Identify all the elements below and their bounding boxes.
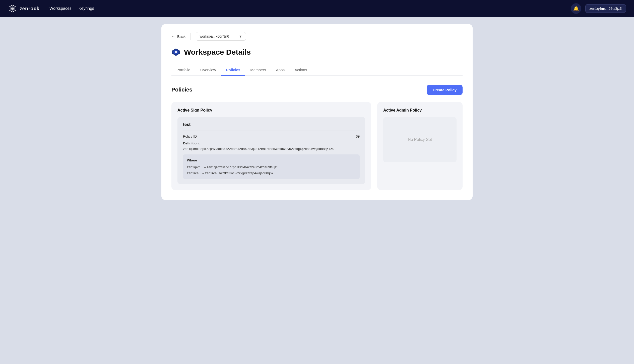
workspace-selector-value: workspa...k60n3n6 xyxy=(200,34,229,38)
wallet-address-badge[interactable]: zen1q4mx...69ts3jz3 xyxy=(585,4,626,13)
back-arrow-icon: ← xyxy=(171,34,175,39)
notifications-button[interactable]: 🔔 xyxy=(571,3,581,14)
workspace-icon xyxy=(171,48,180,57)
workspace-selector[interactable]: workspa...k60n3n6 ▼ xyxy=(196,32,246,41)
tab-actions[interactable]: Actions xyxy=(290,65,312,76)
policy-where-item-0: zen1q4m... = zen1q4mx8epd77prl7l3dx84kz2… xyxy=(187,164,356,170)
chevron-down-icon: ▼ xyxy=(239,34,242,38)
tab-portfolio[interactable]: Portfolio xyxy=(171,65,195,76)
nav-left: zenrock Workspaces Keyrings xyxy=(8,4,94,13)
policy-id-value: 69 xyxy=(356,134,360,138)
page-title: Workspace Details xyxy=(184,48,251,56)
policy-definition-label: Definition: xyxy=(183,141,360,146)
tab-apps[interactable]: Apps xyxy=(271,65,290,76)
top-navigation: zenrock Workspaces Keyrings 🔔 zen1q4mx..… xyxy=(0,0,634,17)
policy-where-item-1: zen1rce... = zen1rce8swhfkf6tkv52zklqp0j… xyxy=(187,170,356,176)
back-button[interactable]: ← Back xyxy=(171,34,185,39)
logo[interactable]: zenrock xyxy=(8,4,39,13)
page-title-row: Workspace Details xyxy=(171,48,463,57)
policy-id-label: Policy ID xyxy=(183,134,197,138)
nav-links: Workspaces Keyrings xyxy=(49,6,94,11)
back-divider xyxy=(191,33,191,40)
policy-panels: Active Sign Policy test Policy ID 69 Def… xyxy=(171,102,463,190)
tabs: Portfolio Overview Policies Members Apps… xyxy=(171,65,463,76)
policy-id-row: Policy ID 69 xyxy=(183,134,360,138)
main-card: ← Back workspa...k60n3n6 ▼ Workspace Det… xyxy=(161,24,473,200)
policy-definition: Definition: zen1q4mx8epd77prl7l3dx84kz2e… xyxy=(183,141,360,152)
back-label: Back xyxy=(177,34,185,39)
tab-overview[interactable]: Overview xyxy=(195,65,221,76)
active-sign-policy-title: Active Sign Policy xyxy=(177,108,365,113)
no-policy-set: No Policy Set xyxy=(383,117,457,162)
nav-workspaces[interactable]: Workspaces xyxy=(49,6,72,11)
tab-members[interactable]: Members xyxy=(245,65,271,76)
bell-icon: 🔔 xyxy=(573,6,579,11)
section-header: Policies Create Policy xyxy=(171,85,463,95)
active-admin-policy-title: Active Admin Policy xyxy=(383,108,457,113)
create-policy-button[interactable]: Create Policy xyxy=(427,85,463,95)
policy-definition-value: zen1q4mx8epd77prl7l3dx84kz2e8m4zda69ts3j… xyxy=(183,147,334,151)
active-admin-policy-panel: Active Admin Policy No Policy Set xyxy=(377,102,463,190)
policy-where: Where zen1q4m... = zen1q4mx8epd77prl7l3d… xyxy=(183,154,360,179)
active-sign-policy-card: test Policy ID 69 Definition: zen1q4mx8e… xyxy=(177,117,365,184)
tab-policies[interactable]: Policies xyxy=(221,65,245,76)
active-sign-policy-panel: Active Sign Policy test Policy ID 69 Def… xyxy=(171,102,371,190)
section-title: Policies xyxy=(171,86,192,93)
back-row: ← Back workspa...k60n3n6 ▼ xyxy=(171,32,463,41)
nav-right: 🔔 zen1q4mx...69ts3jz3 xyxy=(571,3,626,14)
main-wrapper: ← Back workspa...k60n3n6 ▼ Workspace Det… xyxy=(151,17,483,207)
policy-where-label: Where xyxy=(187,157,356,163)
policy-name: test xyxy=(183,122,360,131)
nav-keyrings[interactable]: Keyrings xyxy=(79,6,94,11)
logo-text: zenrock xyxy=(20,6,39,12)
